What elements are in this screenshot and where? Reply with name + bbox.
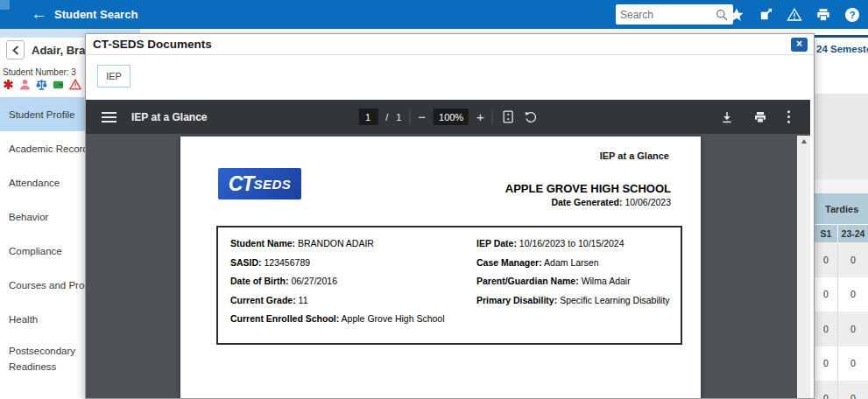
corner-accent	[0, 0, 10, 10]
top-nav-bar: ← Student Search ?	[0, 0, 868, 29]
ctseds-logo: CTSEDS	[218, 168, 301, 200]
new-window-icon[interactable]	[758, 7, 773, 23]
modal-header: CT-SEDS Documents ×	[86, 34, 814, 55]
attendance-panel	[815, 94, 868, 179]
more-options-icon[interactable]	[787, 109, 791, 124]
date-generated-label: Date Generated:	[551, 197, 622, 207]
zoom-out-icon[interactable]: −	[418, 110, 426, 123]
school-header: APPLE GROVE HIGH SCHOOL Date Generated: …	[505, 182, 671, 207]
info-field: Case Manager: Adam Larsen	[476, 257, 670, 269]
table-row: 00	[815, 277, 868, 312]
toolbar-divider	[409, 110, 410, 124]
student-number: Student Number: 3	[3, 67, 76, 77]
pdf-action-buttons	[720, 100, 791, 134]
student-name: Adair, Bra	[32, 44, 85, 57]
star-icon[interactable]	[729, 7, 745, 23]
back-arrow-icon[interactable]: ←	[31, 4, 47, 24]
legal-scales-icon[interactable]	[36, 79, 47, 90]
chevron-left-icon	[12, 46, 19, 55]
contact-icon[interactable]	[19, 79, 31, 90]
pdf-viewer: IEP at a Glance 1 / 1 − 100% + IEP	[86, 100, 810, 398]
info-field: Student Name: BRANDON ADAIR	[230, 238, 445, 249]
student-alert-icons	[3, 79, 81, 90]
info-field: SASID: 123456789	[230, 257, 445, 269]
previous-student-button[interactable]	[6, 40, 25, 60]
table-row: 00	[815, 381, 868, 399]
pdf-scrollbar[interactable]	[797, 136, 810, 398]
zoom-level[interactable]: 100%	[434, 108, 469, 125]
background-student-page: 24 Semester Tardies S1 23-24 00 00 00 00…	[815, 29, 868, 399]
tardies-group-header: Tardies	[815, 193, 868, 225]
warning-triangle-icon[interactable]	[69, 79, 81, 90]
rotate-icon[interactable]	[524, 110, 538, 124]
zoom-in-icon[interactable]: +	[476, 110, 484, 123]
semester-heading: 24 Semester	[816, 44, 868, 54]
financial-icon[interactable]	[53, 79, 64, 90]
info-field: Date of Birth: 06/27/2016	[230, 276, 445, 287]
school-name: APPLE GROVE HIGH SCHOOL	[505, 182, 671, 195]
toolbar-divider	[492, 110, 493, 124]
student-info-box: Student Name: BRANDON ADAIR SASID: 12345…	[216, 226, 682, 345]
column-header-s1: S1	[815, 225, 837, 242]
pdf-doc-title: IEP at a Glance	[131, 111, 208, 123]
search-icon[interactable]	[715, 8, 729, 22]
pdf-toolbar: IEP at a Glance 1 / 1 − 100% +	[86, 100, 810, 134]
page-title: Student Search	[54, 8, 138, 21]
info-left-column: Student Name: BRANDON ADAIR SASID: 12345…	[230, 238, 445, 332]
date-generated-value: 10/06/2023	[625, 197, 671, 207]
search-box[interactable]	[616, 4, 733, 24]
info-field: Primary Disability: Specific Learning Di…	[476, 295, 670, 306]
ct-seds-documents-modal: CT-SEDS Documents × IEP IEP at a Glance …	[85, 33, 815, 399]
search-input[interactable]	[620, 9, 715, 21]
close-icon[interactable]: ×	[791, 38, 808, 52]
printer-icon[interactable]	[815, 7, 831, 23]
info-field: Parent/Guardian Name: Wilma Adair	[476, 276, 670, 287]
table-row: 00	[815, 312, 868, 346]
attendance-table-rows: 00 00 00 00 00	[815, 242, 868, 399]
table-toolbar-row	[815, 179, 868, 193]
scroll-up-icon[interactable]	[801, 139, 807, 144]
menu-icon[interactable]	[102, 109, 116, 125]
logo-seds-text: SEDS	[253, 177, 291, 192]
info-field: Current Grade: 11	[230, 295, 445, 306]
info-field: IEP Date: 10/16/2023 to 10/15/2024	[476, 238, 670, 249]
fit-to-page-icon[interactable]	[501, 109, 516, 124]
pdf-content-area: IEP at a Glance CTSEDS APPLE GROVE HIGH …	[86, 134, 810, 398]
table-row: 00	[815, 346, 868, 382]
topbar-icon-group: ?	[729, 0, 860, 29]
info-right-column: IEP Date: 10/16/2023 to 10/15/2024 Case …	[476, 238, 670, 313]
table-row: 00	[815, 242, 868, 277]
page-separator: /	[385, 112, 388, 122]
page-total: 1	[396, 112, 401, 122]
download-icon[interactable]	[720, 110, 734, 124]
sidebar-item-postsecondary-readiness[interactable]: Postsecondary Readiness	[0, 336, 88, 382]
modal-title: CT-SEDS Documents	[93, 38, 212, 51]
pdf-page-zoom-controls: 1 / 1 − 100% +	[358, 100, 538, 134]
section-divider	[815, 35, 868, 38]
column-header-year: 23-24	[837, 225, 868, 242]
info-field: Current Enrolled School: Apple Grove Hig…	[230, 313, 445, 325]
pdf-page: IEP at a Glance CTSEDS APPLE GROVE HIGH …	[180, 136, 701, 398]
alert-triangle-icon[interactable]	[787, 7, 802, 23]
table-column-headers: S1 23-24	[815, 225, 868, 242]
medical-alert-icon[interactable]	[3, 79, 14, 90]
page-number-input[interactable]: 1	[358, 108, 378, 125]
logo-ct-text: CT	[229, 172, 254, 196]
tab-iep[interactable]: IEP	[97, 65, 131, 88]
document-corner-title: IEP at a Glance	[600, 150, 669, 161]
help-icon[interactable]: ?	[844, 7, 860, 23]
print-icon[interactable]	[753, 110, 767, 124]
